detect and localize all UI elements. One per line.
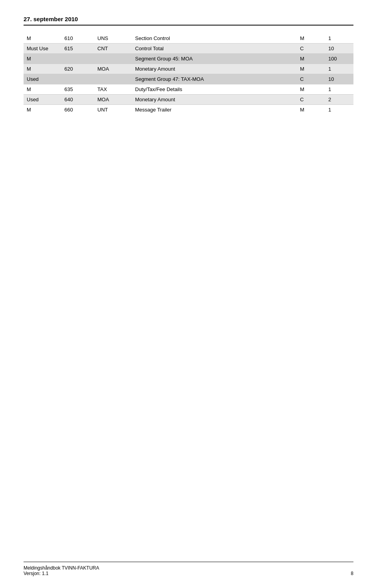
cell-r0-c1: 610 (61, 33, 94, 44)
page-footer: Meldingshåndbok TVINN-FAKTURA Versjon: 1… (24, 562, 353, 576)
cell-r7-c5: 1 (325, 105, 353, 115)
cell-r2-c2 (94, 54, 132, 64)
page-container: 27. september 2010 M610UNSSection Contro… (0, 0, 377, 588)
cell-r3-c3: Monetary Amount (132, 64, 297, 74)
cell-r4-c1 (61, 74, 94, 84)
cell-r1-c1: 615 (61, 44, 94, 54)
cell-r5-c2: TAX (94, 84, 132, 95)
page-title: 27. september 2010 (24, 16, 353, 22)
cell-r1-c4: C (297, 44, 325, 54)
table-row: M660UNTMessage TrailerM1 (24, 105, 353, 115)
table-row: M620MOAMonetary AmountM1 (24, 64, 353, 74)
cell-r3-c0: M (24, 64, 61, 74)
cell-r5-c3: Duty/Tax/Fee Details (132, 84, 297, 95)
cell-r4-c3: Segment Group 47: TAX-MOA (132, 74, 297, 84)
footer-version: Versjon: 1.1 (24, 571, 99, 576)
cell-r3-c2: MOA (94, 64, 132, 74)
cell-r1-c0: Must Use (24, 44, 61, 54)
cell-r5-c5: 1 (325, 84, 353, 95)
cell-r4-c0: Used (24, 74, 61, 84)
cell-r6-c2: MOA (94, 95, 132, 105)
cell-r7-c1: 660 (61, 105, 94, 115)
cell-r6-c3: Monetary Amount (132, 95, 297, 105)
cell-r6-c4: C (297, 95, 325, 105)
cell-r7-c3: Message Trailer (132, 105, 297, 115)
cell-r0-c5: 1 (325, 33, 353, 44)
cell-r4-c2 (94, 74, 132, 84)
cell-r4-c5: 10 (325, 74, 353, 84)
table-row: UsedSegment Group 47: TAX-MOAC10 (24, 74, 353, 84)
cell-r4-c4: C (297, 74, 325, 84)
footer-title: Meldingshåndbok TVINN-FAKTURA (24, 565, 99, 571)
cell-r7-c0: M (24, 105, 61, 115)
cell-r1-c5: 10 (325, 44, 353, 54)
cell-r6-c1: 640 (61, 95, 94, 105)
table-row: MSegment Group 45: MOAM100 (24, 54, 353, 64)
cell-r2-c0: M (24, 54, 61, 64)
cell-r2-c3: Segment Group 45: MOA (132, 54, 297, 64)
footer-page-number: 8 (351, 571, 353, 576)
cell-r3-c5: 1 (325, 64, 353, 74)
cell-r6-c5: 2 (325, 95, 353, 105)
page-header: 27. september 2010 (24, 16, 353, 26)
cell-r0-c3: Section Control (132, 33, 297, 44)
cell-r5-c0: M (24, 84, 61, 95)
cell-r0-c2: UNS (94, 33, 132, 44)
table-row: M635TAXDuty/Tax/Fee DetailsM1 (24, 84, 353, 95)
cell-r3-c1: 620 (61, 64, 94, 74)
cell-r6-c0: Used (24, 95, 61, 105)
cell-r3-c4: M (297, 64, 325, 74)
cell-r1-c2: CNT (94, 44, 132, 54)
cell-r7-c2: UNT (94, 105, 132, 115)
data-table: M610UNSSection ControlM1Must Use615CNTCo… (24, 33, 353, 115)
cell-r0-c0: M (24, 33, 61, 44)
cell-r0-c4: M (297, 33, 325, 44)
table-row: M610UNSSection ControlM1 (24, 33, 353, 44)
table-row: Used640MOAMonetary AmountC2 (24, 95, 353, 105)
cell-r7-c4: M (297, 105, 325, 115)
cell-r1-c3: Control Total (132, 44, 297, 54)
cell-r2-c5: 100 (325, 54, 353, 64)
footer-left: Meldingshåndbok TVINN-FAKTURA Versjon: 1… (24, 565, 99, 576)
cell-r5-c4: M (297, 84, 325, 95)
cell-r2-c4: M (297, 54, 325, 64)
table-row: Must Use615CNTControl TotalC10 (24, 44, 353, 54)
cell-r2-c1 (61, 54, 94, 64)
cell-r5-c1: 635 (61, 84, 94, 95)
